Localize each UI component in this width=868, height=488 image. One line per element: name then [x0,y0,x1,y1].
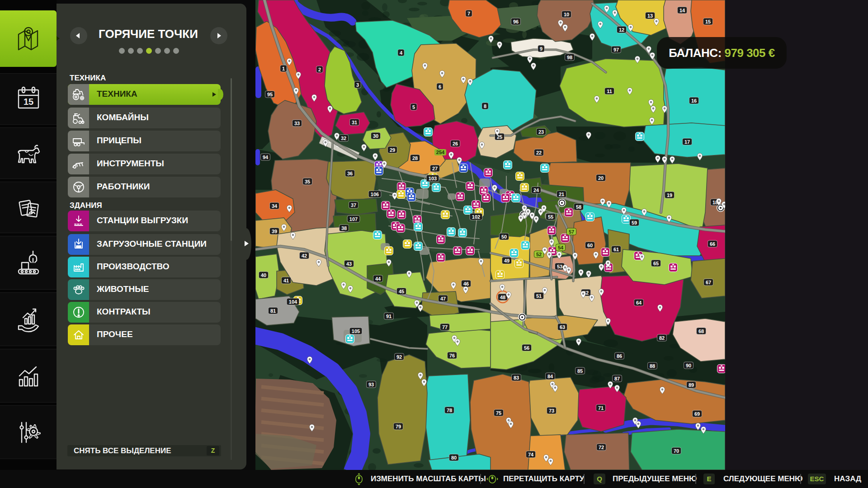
svg-text:93: 93 [368,382,374,387]
svg-text:50: 50 [501,234,507,239]
svg-text:67: 67 [706,280,711,285]
svg-text:103: 103 [429,176,437,181]
svg-text:15: 15 [705,19,711,24]
svg-text:70: 70 [674,448,679,454]
svg-text:33: 33 [294,121,300,126]
svg-text:53: 53 [557,264,562,269]
svg-text:57: 57 [569,229,574,235]
svg-text:102: 102 [472,214,480,220]
svg-text:82: 82 [659,335,665,341]
svg-text:87: 87 [614,376,620,381]
svg-text:7: 7 [467,11,470,16]
svg-text:4: 4 [400,50,403,56]
svg-text:30: 30 [373,133,378,139]
svg-text:15: 15 [23,97,33,107]
svg-text:54: 54 [558,245,564,250]
svg-text:9: 9 [540,46,542,52]
svg-text:41: 41 [283,278,289,283]
svg-text:55: 55 [548,214,553,220]
svg-text:52: 52 [536,252,542,257]
svg-text:76: 76 [449,353,455,358]
svg-text:24: 24 [533,188,539,193]
svg-text:44: 44 [375,276,381,282]
svg-text:16: 16 [691,98,697,103]
svg-text:14: 14 [679,8,685,13]
svg-text:5: 5 [412,104,415,110]
svg-text:96: 96 [513,19,519,24]
svg-text:59: 59 [632,220,637,225]
svg-text:79: 79 [396,424,401,429]
svg-text:61: 61 [613,247,619,252]
svg-text:88: 88 [650,363,655,369]
svg-text:17: 17 [684,139,690,145]
svg-text:75: 75 [496,410,501,416]
svg-text:38: 38 [341,225,347,231]
svg-text:43: 43 [346,261,352,267]
svg-text:97: 97 [613,47,619,52]
svg-text:71: 71 [598,405,604,411]
svg-text:63: 63 [560,324,565,330]
svg-text:107: 107 [349,216,358,222]
svg-text:32: 32 [341,136,346,141]
svg-text:254: 254 [436,150,445,155]
svg-text:8: 8 [484,103,486,109]
svg-text:36: 36 [347,171,353,176]
svg-text:2: 2 [318,67,321,72]
svg-text:11: 11 [607,89,612,94]
svg-text:60: 60 [587,243,593,248]
svg-text:26: 26 [453,141,458,146]
svg-text:10: 10 [564,12,569,17]
svg-text:106: 106 [371,192,379,197]
svg-text:48: 48 [500,295,505,300]
svg-text:78: 78 [447,408,452,413]
svg-text:69: 69 [694,411,700,417]
svg-text:83: 83 [514,375,519,380]
svg-text:84: 84 [547,374,553,379]
svg-text:80: 80 [451,455,457,460]
svg-text:22: 22 [536,150,542,155]
svg-text:45: 45 [399,289,404,294]
svg-text:47: 47 [440,296,446,301]
svg-text:68: 68 [698,328,704,334]
svg-text:73: 73 [549,408,554,413]
svg-text:39: 39 [272,229,277,234]
svg-text:40: 40 [261,272,266,278]
svg-text:58: 58 [576,204,581,210]
svg-text:20: 20 [598,175,604,181]
svg-text:105: 105 [352,328,360,334]
svg-text:46: 46 [463,281,469,286]
svg-text:95: 95 [267,92,273,97]
svg-text:31: 31 [352,120,357,125]
svg-text:3: 3 [356,82,359,88]
svg-text:89: 89 [689,382,694,388]
svg-text:42: 42 [302,253,307,258]
svg-text:19: 19 [667,192,672,198]
svg-text:37: 37 [351,202,356,208]
svg-text:34: 34 [272,203,278,209]
svg-text:86: 86 [617,353,622,359]
svg-text:66: 66 [710,241,715,247]
svg-text:94: 94 [263,155,269,160]
svg-text:13: 13 [647,13,653,19]
svg-text:91: 91 [386,314,392,319]
svg-text:74: 74 [528,452,534,457]
svg-text:81: 81 [270,308,276,314]
svg-text:85: 85 [577,368,583,374]
svg-text:49: 49 [504,258,509,263]
svg-text:27: 27 [432,166,438,171]
svg-text:6: 6 [439,84,441,89]
svg-text:90: 90 [686,363,691,368]
svg-text:23: 23 [538,129,544,135]
svg-text:12: 12 [619,27,624,33]
svg-text:98: 98 [567,55,572,60]
svg-text:104: 104 [289,299,297,305]
svg-text:35: 35 [305,179,310,184]
svg-text:72: 72 [599,445,604,450]
svg-text:77: 77 [442,324,448,330]
svg-text:92: 92 [396,354,402,360]
svg-text:51: 51 [536,293,542,299]
svg-text:28: 28 [412,155,418,161]
svg-text:56: 56 [524,345,529,351]
svg-text:65: 65 [653,261,659,266]
svg-text:29: 29 [390,147,395,153]
